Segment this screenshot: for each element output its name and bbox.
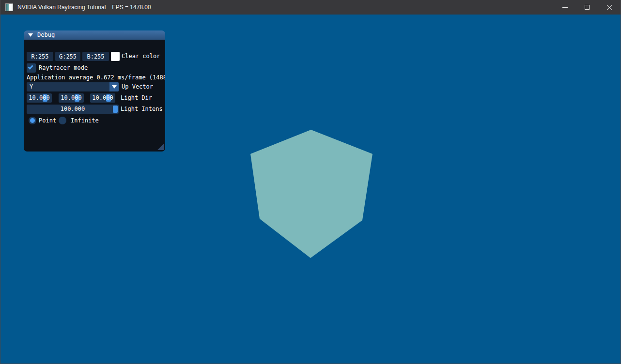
collapse-arrow-icon[interactable] [28,33,33,37]
light-intensity-slider[interactable]: 100.000 [27,105,119,114]
light-intensity-label: Light Intens [121,105,163,114]
clear-color-label: Clear color [122,52,160,61]
red-value-button[interactable]: R:255 [27,52,53,61]
blue-value-button[interactable]: B:255 [82,52,109,61]
checkmark-icon [28,64,33,69]
light-intensity-value: 100.000 [27,105,119,114]
up-vector-value: Y [30,82,33,91]
debug-panel-header[interactable]: Debug [24,30,165,40]
radio-infinite[interactable] [59,117,66,124]
radio-point[interactable] [29,117,36,124]
light-dir-x-field[interactable]: 10.000 [27,93,52,103]
light-dir-z-value: 10.000 [90,93,115,103]
light-dir-label: Light Dir [121,93,152,103]
light-dir-y-field[interactable]: 10.000 [59,93,84,103]
raytracer-mode-label: Raytracer mode [39,63,88,73]
light-dir-z-field[interactable]: 10.000 [90,93,115,103]
application-window: NVIDIA Vulkan Raytracing Tutorial FPS = … [0,0,621,364]
up-vector-combo[interactable]: Y [27,82,119,91]
radio-point-label: Point [39,116,56,125]
chevron-down-icon [112,85,117,89]
resize-grip[interactable] [157,144,164,150]
clear-color-swatch[interactable] [111,52,120,61]
combo-dropdown-button[interactable] [109,82,119,91]
up-vector-label: Up Vector [122,82,153,91]
debug-panel-body: R:255 G:255 B:255 Clear color Raytracer … [24,40,165,152]
debug-panel[interactable]: Debug R:255 G:255 B:255 Clear color Rayt… [24,30,165,152]
render-viewport[interactable]: Debug R:255 G:255 B:255 Clear color Rayt… [0,15,621,364]
light-dir-x-value: 10.000 [27,93,52,103]
cube-mesh [250,130,373,258]
radio-infinite-label: Infinite [71,116,99,125]
raytracer-mode-checkbox[interactable] [27,63,36,73]
green-value-button[interactable]: G:255 [55,52,80,61]
debug-panel-title: Debug [37,30,55,40]
performance-text: Application average 0.672 ms/frame (1488 [27,73,165,82]
light-dir-y-value: 10.000 [59,93,84,103]
